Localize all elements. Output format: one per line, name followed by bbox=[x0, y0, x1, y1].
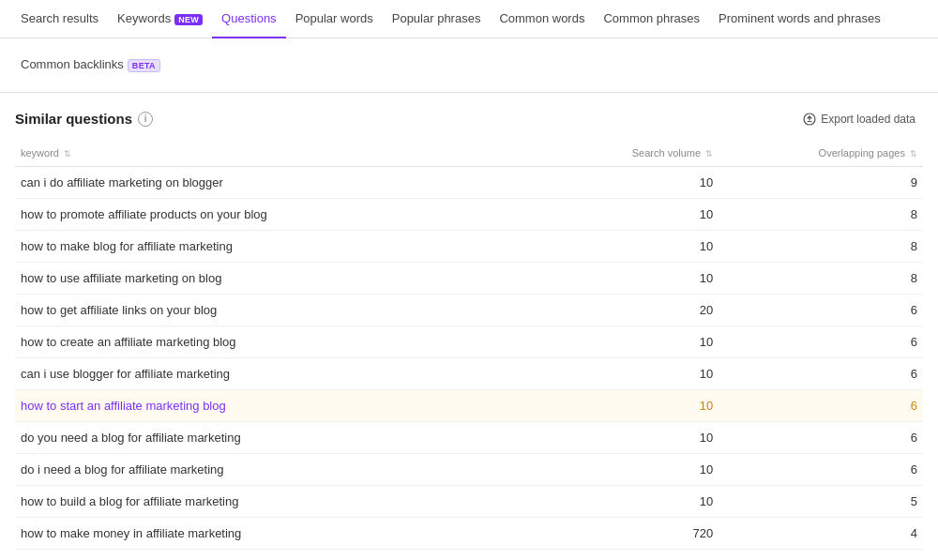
sort-icon-op[interactable]: ⇅ bbox=[910, 149, 917, 159]
table-row[interactable]: can i use blogger for affiliate marketin… bbox=[15, 357, 923, 389]
export-icon bbox=[803, 113, 816, 126]
cell-sv-8: 10 bbox=[514, 421, 719, 453]
nav-tab-search-results[interactable]: Search results bbox=[11, 0, 108, 38]
cell-keyword-5: how to create an affiliate marketing blo… bbox=[15, 325, 514, 357]
cell-sv-11: 720 bbox=[514, 517, 719, 549]
col-overlapping-pages: Overlapping pages ⇅ bbox=[719, 140, 923, 167]
cell-sv-7: 10 bbox=[514, 389, 719, 421]
table-row[interactable]: how to get affiliate links on your blog2… bbox=[15, 294, 923, 325]
cell-sv-0: 10 bbox=[514, 166, 719, 198]
cell-op-3: 8 bbox=[719, 262, 923, 294]
col-op-label: Overlapping pages bbox=[819, 147, 905, 159]
cell-keyword-8: do you need a blog for affiliate marketi… bbox=[15, 421, 514, 453]
cell-op-5: 6 bbox=[719, 325, 923, 357]
top-nav: Search resultsKeywordsNEWQuestionsPopula… bbox=[0, 0, 938, 93]
col-sv-label: Search volume bbox=[632, 147, 701, 159]
table-row[interactable]: how to create an affiliate marketing blo… bbox=[15, 325, 923, 357]
nav-tab-common-phrases[interactable]: Common phrases bbox=[594, 0, 709, 38]
main-nav: Search resultsKeywordsNEWQuestionsPopula… bbox=[0, 0, 938, 38]
table-row[interactable]: how to use affiliate marketing on blog10… bbox=[15, 262, 923, 294]
table-row[interactable]: how to start an affiliate marketing blog… bbox=[15, 389, 923, 421]
table-row[interactable]: how to make money affiliate marketing720… bbox=[15, 549, 923, 560]
cell-op-9: 6 bbox=[719, 453, 923, 485]
cell-op-6: 6 bbox=[719, 357, 923, 389]
nav-tab-common-words[interactable]: Common words bbox=[490, 0, 594, 38]
col-search-volume: Search volume ⇅ bbox=[514, 140, 719, 167]
badge-common-backlinks: BETA bbox=[128, 59, 160, 72]
keywords-table: keyword ⇅ Search volume ⇅ Overlapping pa… bbox=[15, 140, 923, 560]
cell-keyword-12: how to make money affiliate marketing bbox=[15, 549, 514, 560]
cell-keyword-1: how to promote affiliate products on you… bbox=[15, 198, 514, 230]
cell-keyword-2: how to make blog for affiliate marketing bbox=[15, 230, 514, 262]
table-header: keyword ⇅ Search volume ⇅ Overlapping pa… bbox=[15, 140, 923, 167]
table-body: can i do affiliate marketing on blogger1… bbox=[15, 166, 923, 560]
cell-op-4: 6 bbox=[719, 294, 923, 325]
table-row[interactable]: how to promote affiliate products on you… bbox=[15, 198, 923, 230]
table-row[interactable]: do you need a blog for affiliate marketi… bbox=[15, 421, 923, 453]
nav-tab-popular-words[interactable]: Popular words bbox=[286, 0, 383, 38]
nav-tab-keywords[interactable]: KeywordsNEW bbox=[108, 0, 212, 38]
nav-tab-questions[interactable]: Questions bbox=[212, 0, 286, 38]
section-title: Similar questions bbox=[15, 111, 132, 127]
table-row[interactable]: do i need a blog for affiliate marketing… bbox=[15, 453, 923, 485]
cell-keyword-11: how to make money in affiliate marketing bbox=[15, 517, 514, 549]
cell-sv-10: 10 bbox=[514, 485, 719, 517]
info-icon[interactable]: i bbox=[138, 112, 153, 127]
badge-keywords: NEW bbox=[174, 14, 203, 25]
cell-op-7: 6 bbox=[719, 389, 923, 421]
nav-tab-prominent-words[interactable]: Prominent words and phrases bbox=[709, 0, 890, 38]
cell-op-0: 9 bbox=[719, 166, 923, 198]
cell-sv-9: 10 bbox=[514, 453, 719, 485]
cell-sv-6: 10 bbox=[514, 357, 719, 389]
table-row[interactable]: can i do affiliate marketing on blogger1… bbox=[15, 166, 923, 198]
section-title-container: Similar questions i bbox=[15, 111, 153, 127]
cell-op-11: 4 bbox=[719, 517, 923, 549]
cell-keyword-4: how to get affiliate links on your blog bbox=[15, 294, 514, 325]
cell-keyword-9: do i need a blog for affiliate marketing bbox=[15, 453, 514, 485]
cell-op-10: 5 bbox=[719, 485, 923, 517]
cell-sv-12: 720 bbox=[514, 549, 719, 560]
cell-keyword-0: can i do affiliate marketing on blogger bbox=[15, 166, 514, 198]
col-keyword-label: keyword bbox=[21, 147, 59, 159]
cell-op-1: 8 bbox=[719, 198, 923, 230]
cell-sv-5: 10 bbox=[514, 325, 719, 357]
table-row[interactable]: how to build a blog for affiliate market… bbox=[15, 485, 923, 517]
cell-sv-3: 10 bbox=[514, 262, 719, 294]
cell-op-2: 8 bbox=[719, 230, 923, 262]
sort-icon-sv[interactable]: ⇅ bbox=[705, 149, 713, 159]
cell-sv-1: 10 bbox=[514, 198, 719, 230]
nav-tab-common-backlinks[interactable]: Common backlinksBETA bbox=[11, 46, 170, 85]
nav-tab-popular-phrases[interactable]: Popular phrases bbox=[383, 0, 491, 38]
cell-keyword-6: can i use blogger for affiliate marketin… bbox=[15, 357, 514, 389]
table-container: keyword ⇅ Search volume ⇅ Overlapping pa… bbox=[0, 140, 938, 560]
table-row[interactable]: how to make money in affiliate marketing… bbox=[15, 517, 923, 549]
col-keyword: keyword ⇅ bbox=[15, 140, 514, 167]
section-header: Similar questions i Export loaded data bbox=[0, 93, 938, 140]
cell-op-12: 4 bbox=[719, 549, 923, 560]
cell-keyword-10: how to build a blog for affiliate market… bbox=[15, 485, 514, 517]
export-label: Export loaded data bbox=[821, 113, 915, 126]
cell-keyword-7: how to start an affiliate marketing blog bbox=[15, 389, 514, 421]
sort-icon-keyword[interactable]: ⇅ bbox=[64, 149, 71, 159]
cell-keyword-3: how to use affiliate marketing on blog bbox=[15, 262, 514, 294]
table-row[interactable]: how to make blog for affiliate marketing… bbox=[15, 230, 923, 262]
cell-sv-2: 10 bbox=[514, 230, 719, 262]
second-nav: Common backlinksBETA bbox=[0, 38, 938, 93]
export-button[interactable]: Export loaded data bbox=[795, 108, 923, 130]
cell-sv-4: 20 bbox=[514, 294, 719, 325]
cell-op-8: 6 bbox=[719, 421, 923, 453]
